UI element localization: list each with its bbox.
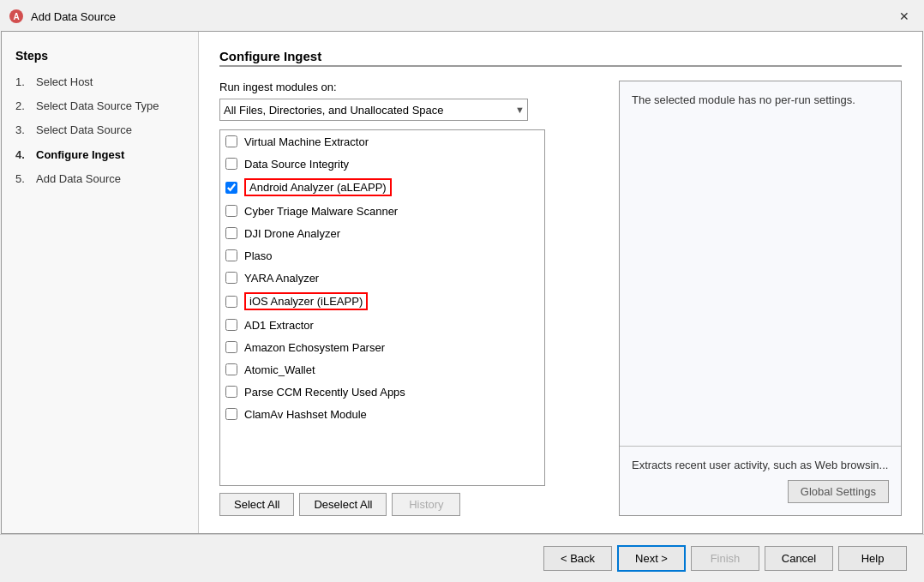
help-button[interactable]: Help — [838, 546, 907, 571]
module-atomic-wallet[interactable]: Atomic_Wallet — [220, 358, 544, 381]
module-label-atomic: Atomic_Wallet — [244, 363, 315, 376]
step-3: 3. Select Data Source — [15, 123, 184, 138]
module-buttons-row: Select All Deselect All History — [219, 493, 605, 516]
step-2: 2. Select Data Source Type — [15, 99, 184, 114]
main-window: A Add Data Source ✕ Steps 1. Select Host… — [0, 0, 924, 582]
module-virtual-machine-extractor[interactable]: Virtual Machine Extractor — [220, 130, 544, 153]
module-description-text: Extracts recent user activity, such as W… — [632, 459, 889, 471]
steps-title: Steps — [15, 49, 184, 63]
module-label-data-source: Data Source Integrity — [244, 158, 349, 171]
module-data-source-integrity[interactable]: Data Source Integrity — [220, 153, 544, 175]
module-label-ad1: AD1 Extractor — [244, 319, 314, 332]
module-checkbox-yara[interactable] — [225, 272, 237, 284]
svg-text:A: A — [13, 12, 19, 21]
module-android-analyzer[interactable]: Android Analyzer (aLEAPP) — [220, 175, 544, 200]
close-button[interactable]: ✕ — [895, 7, 914, 26]
module-amazon-echosystem[interactable]: Amazon Echosystem Parser — [220, 336, 544, 358]
dropdown-wrapper[interactable]: All Files, Directories, and Unallocated … — [219, 99, 528, 121]
module-checkbox-ios[interactable] — [225, 296, 237, 308]
deselect-all-button[interactable]: Deselect All — [299, 493, 387, 516]
global-settings-button[interactable]: Global Settings — [788, 480, 889, 503]
module-dji-drone[interactable]: DJI Drone Analyzer — [220, 222, 544, 244]
module-clamav[interactable]: ClamAv Hashset Module — [220, 403, 544, 425]
module-label-ccm: Parse CCM Recently Used Apps — [244, 386, 405, 399]
module-checkbox-amazon[interactable] — [225, 341, 237, 353]
title-bar: A Add Data Source ✕ — [0, 0, 924, 31]
module-checkbox-virtual-machine[interactable] — [225, 135, 237, 147]
next-button[interactable]: Next > — [617, 545, 686, 572]
right-top-info: The selected module has no per-run setti… — [620, 81, 901, 446]
cancel-button[interactable]: Cancel — [765, 546, 833, 571]
module-checkbox-atomic[interactable] — [225, 363, 237, 375]
window-title: Add Data Source — [31, 10, 116, 23]
module-label-clamav: ClamAv Hashset Module — [244, 408, 367, 421]
main-panel: Configure Ingest Run ingest modules on: … — [199, 32, 922, 533]
step-5: 5. Add Data Source — [15, 171, 184, 187]
module-label-dji: DJI Drone Analyzer — [244, 227, 340, 240]
module-label-ios: iOS Analyzer (iLEAPP) — [244, 292, 368, 310]
module-checkbox-clamav[interactable] — [225, 408, 237, 420]
modules-scroll[interactable]: Virtual Machine Extractor Data Source In… — [220, 130, 544, 485]
module-label-android: Android Analyzer (aLEAPP) — [244, 178, 392, 196]
right-bottom-info: Extracts recent user activity, such as W… — [620, 447, 901, 515]
run-label: Run ingest modules on: — [219, 81, 605, 93]
bottom-bar: < Back Next > Finish Cancel Help — [0, 534, 924, 582]
ingest-scope-select[interactable]: All Files, Directories, and Unallocated … — [219, 99, 528, 121]
module-label-cyber: Cyber Triage Malware Scanner — [244, 205, 398, 218]
module-yara[interactable]: YARA Analyzer — [220, 267, 544, 289]
step-1: 1. Select Host — [15, 75, 184, 90]
module-ios-analyzer[interactable]: iOS Analyzer (iLEAPP) — [220, 289, 544, 314]
module-label-amazon: Amazon Echosystem Parser — [244, 341, 385, 354]
finish-button[interactable]: Finish — [691, 546, 759, 571]
main-content: Steps 1. Select Host 2. Select Data Sour… — [1, 31, 923, 534]
modules-list-container: Virtual Machine Extractor Data Source In… — [219, 129, 545, 486]
title-bar-left: A Add Data Source — [9, 9, 116, 24]
right-section: The selected module has no per-run setti… — [619, 81, 902, 516]
module-label-plaso: Plaso — [244, 249, 273, 262]
module-plaso[interactable]: Plaso — [220, 244, 544, 267]
sidebar: Steps 1. Select Host 2. Select Data Sour… — [2, 32, 199, 533]
no-per-run-settings-text: The selected module has no per-run setti… — [632, 93, 855, 106]
panel-divider — [219, 65, 902, 67]
panel-body: Run ingest modules on: All Files, Direct… — [219, 81, 902, 516]
history-button[interactable]: History — [392, 493, 460, 516]
module-checkbox-ccm[interactable] — [225, 386, 237, 398]
steps-list: 1. Select Host 2. Select Data Source Typ… — [15, 75, 184, 187]
module-checkbox-ad1[interactable] — [225, 319, 237, 331]
back-button[interactable]: < Back — [543, 546, 612, 571]
module-label-yara: YARA Analyzer — [244, 272, 319, 285]
module-checkbox-dji[interactable] — [225, 227, 237, 239]
module-parse-ccm[interactable]: Parse CCM Recently Used Apps — [220, 381, 544, 403]
select-all-button[interactable]: Select All — [219, 493, 294, 516]
module-label-virtual-machine: Virtual Machine Extractor — [244, 135, 369, 148]
module-checkbox-android[interactable] — [225, 182, 237, 194]
module-checkbox-plaso[interactable] — [225, 249, 237, 261]
app-icon: A — [9, 9, 24, 24]
module-ad1-extractor[interactable]: AD1 Extractor — [220, 314, 544, 336]
left-section: Run ingest modules on: All Files, Direct… — [219, 81, 605, 516]
module-checkbox-cyber[interactable] — [225, 205, 237, 217]
dropdown-row: All Files, Directories, and Unallocated … — [219, 99, 605, 121]
step-4: 4. Configure Ingest — [15, 147, 184, 163]
module-checkbox-data-source[interactable] — [225, 158, 237, 170]
module-cyber-triage[interactable]: Cyber Triage Malware Scanner — [220, 200, 544, 222]
panel-title: Configure Ingest — [219, 49, 902, 63]
